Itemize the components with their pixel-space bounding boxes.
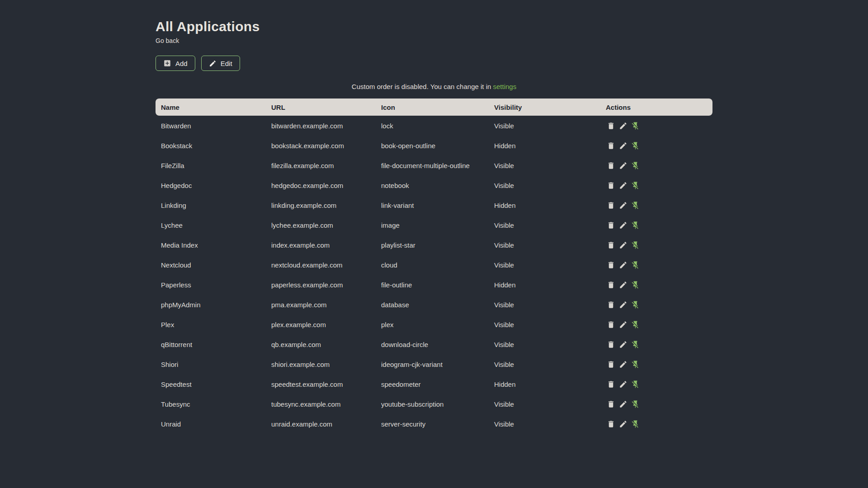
app-name-cell: Speedtest	[156, 380, 266, 388]
delete-app-button[interactable]	[606, 260, 616, 270]
delete-app-button[interactable]	[606, 399, 616, 409]
pin-app-button[interactable]	[630, 160, 641, 171]
delete-app-button[interactable]	[606, 419, 616, 429]
pin-off-icon	[631, 161, 640, 170]
app-icon-cell: download-circle	[376, 341, 489, 348]
app-visibility-cell: Hidden	[489, 142, 600, 150]
edit-app-button[interactable]	[618, 160, 628, 171]
edit-app-button[interactable]	[618, 319, 628, 330]
row-actions	[600, 180, 712, 191]
add-button[interactable]: Add	[156, 56, 195, 71]
pin-app-button[interactable]	[630, 200, 641, 211]
pin-off-icon	[631, 122, 640, 130]
table-row: Shiori shiori.example.com ideogram-cjk-v…	[156, 354, 712, 374]
delete-app-button[interactable]	[606, 180, 616, 191]
app-name-cell: Bookstack	[156, 142, 266, 150]
trash-icon	[607, 380, 615, 389]
go-back-link[interactable]: Go back	[156, 37, 179, 44]
edit-app-button[interactable]	[618, 419, 628, 429]
plus-box-icon	[163, 59, 171, 67]
edit-app-button[interactable]	[618, 240, 628, 250]
edit-app-button[interactable]	[618, 300, 628, 310]
pin-app-button[interactable]	[630, 399, 641, 409]
pin-off-icon	[631, 241, 640, 249]
pin-app-button[interactable]	[630, 121, 641, 131]
pin-app-button[interactable]	[630, 300, 641, 310]
edit-app-button[interactable]	[618, 339, 628, 350]
app-icon-cell: speedometer	[376, 380, 489, 388]
pin-off-icon	[631, 281, 640, 289]
edit-app-button[interactable]	[618, 399, 628, 409]
custom-order-notice: Custom order is disabled. You can change…	[156, 83, 712, 90]
app-name-cell: Linkding	[156, 202, 266, 209]
pencil-icon	[619, 201, 627, 210]
edit-app-button[interactable]	[618, 280, 628, 290]
toolbar: Add Edit	[156, 56, 712, 71]
delete-app-button[interactable]	[606, 280, 616, 290]
delete-app-button[interactable]	[606, 379, 616, 389]
delete-app-button[interactable]	[606, 359, 616, 370]
pin-off-icon	[631, 340, 640, 349]
delete-app-button[interactable]	[606, 220, 616, 230]
pencil-icon	[619, 241, 627, 249]
row-actions	[600, 280, 712, 290]
app-url-cell: paperless.example.com	[266, 281, 376, 289]
app-visibility-cell: Visible	[489, 261, 600, 269]
app-name-cell: Unraid	[156, 420, 266, 428]
pencil-icon	[619, 281, 627, 289]
app-visibility-cell: Visible	[489, 361, 600, 368]
edit-app-button[interactable]	[618, 141, 628, 151]
app-url-cell: bitwarden.example.com	[266, 122, 376, 130]
edit-app-button[interactable]	[618, 180, 628, 191]
app-name-cell: Nextcloud	[156, 261, 266, 269]
delete-app-button[interactable]	[606, 121, 616, 131]
pin-app-button[interactable]	[630, 339, 641, 350]
delete-app-button[interactable]	[606, 339, 616, 350]
delete-app-button[interactable]	[606, 160, 616, 171]
app-icon-cell: file-document-multiple-outline	[376, 162, 489, 169]
trash-icon	[607, 281, 615, 289]
pin-off-icon	[631, 261, 640, 269]
app-name-cell: Media Index	[156, 241, 266, 249]
main-content: All Applications Go back Add Edit Custom…	[156, 0, 712, 434]
table-row: Linkding linkding.example.com link-varia…	[156, 195, 712, 215]
pin-app-button[interactable]	[630, 260, 641, 270]
app-url-cell: linkding.example.com	[266, 202, 376, 209]
column-header-actions: Actions	[600, 103, 712, 111]
delete-app-button[interactable]	[606, 300, 616, 310]
add-button-label: Add	[175, 60, 188, 67]
pin-app-button[interactable]	[630, 240, 641, 250]
edit-app-button[interactable]	[618, 379, 628, 389]
pin-off-icon	[631, 300, 640, 309]
app-visibility-cell: Visible	[489, 182, 600, 189]
app-url-cell: tubesync.example.com	[266, 400, 376, 408]
row-actions	[600, 319, 712, 330]
pin-app-button[interactable]	[630, 419, 641, 429]
delete-app-button[interactable]	[606, 200, 616, 211]
delete-app-button[interactable]	[606, 319, 616, 330]
pin-app-button[interactable]	[630, 319, 641, 330]
delete-app-button[interactable]	[606, 240, 616, 250]
pin-off-icon	[631, 221, 640, 230]
edit-app-button[interactable]	[618, 220, 628, 230]
trash-icon	[607, 400, 615, 408]
pencil-icon	[619, 360, 627, 369]
edit-app-button[interactable]	[618, 260, 628, 270]
pin-app-button[interactable]	[630, 359, 641, 370]
edit-app-button[interactable]	[618, 200, 628, 211]
delete-app-button[interactable]	[606, 141, 616, 151]
pin-app-button[interactable]	[630, 379, 641, 389]
pin-app-button[interactable]	[630, 180, 641, 191]
pin-app-button[interactable]	[630, 280, 641, 290]
notice-text: Custom order is disabled. You can change…	[352, 83, 493, 90]
pin-app-button[interactable]	[630, 141, 641, 151]
app-url-cell: pma.example.com	[266, 301, 376, 309]
edit-app-button[interactable]	[618, 359, 628, 370]
pin-app-button[interactable]	[630, 220, 641, 230]
pencil-icon	[619, 400, 627, 408]
settings-link[interactable]: settings	[493, 83, 517, 90]
row-actions	[600, 220, 712, 230]
edit-app-button[interactable]	[618, 121, 628, 131]
row-actions	[600, 399, 712, 409]
edit-button[interactable]: Edit	[201, 56, 240, 71]
